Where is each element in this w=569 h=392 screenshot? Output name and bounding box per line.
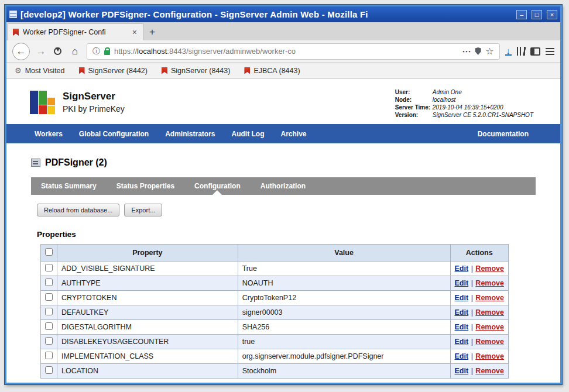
row-checkbox[interactable]: [45, 308, 53, 315]
page-info-icon[interactable]: ⓘ: [92, 46, 100, 57]
table-row: IMPLEMENTATION_CLASS org.signserver.modu…: [41, 349, 509, 364]
row-checkbox[interactable]: [45, 337, 53, 345]
actions-cell: Edit | Remove: [450, 335, 508, 349]
property-cell: AUTHTYPE: [57, 276, 238, 291]
worker-tabstrip: Status Summary Status Properties Configu…: [31, 177, 536, 195]
edit-link[interactable]: Edit: [455, 323, 469, 331]
tab-close-icon[interactable]: ×: [131, 27, 138, 37]
flag-icon: [244, 67, 250, 74]
nav-item-workers[interactable]: Workers: [26, 130, 71, 138]
row-checkbox[interactable]: [45, 293, 53, 301]
edit-link[interactable]: Edit: [455, 338, 469, 346]
url-bar[interactable]: ⓘ https://localhost:8443/signserver/admi…: [87, 43, 500, 60]
page-header: SignServer PKI by PrimeKey User: Admin O…: [6, 79, 560, 124]
actions-cell: Edit | Remove: [450, 276, 508, 291]
value-cell: Stockholm: [238, 364, 450, 379]
nav-item-archive[interactable]: Archive: [272, 130, 314, 138]
signserver-logo: [30, 91, 56, 114]
remove-link[interactable]: Remove: [475, 323, 504, 331]
nav-item-audit-log[interactable]: Audit Log: [224, 130, 273, 138]
table-row: CRYPTOTOKEN CryptoTokenP12 Edit | Remove: [41, 291, 509, 305]
property-cell: DEFAULTKEY: [57, 305, 238, 320]
reload-icon[interactable]: [54, 47, 61, 55]
bookmark-signserver-8443[interactable]: SignServer (8443): [162, 67, 230, 75]
actions-cell: Edit | Remove: [450, 305, 508, 320]
shield-icon[interactable]: [475, 47, 481, 55]
row-checkbox[interactable]: [45, 322, 53, 330]
forward-button[interactable]: →: [35, 46, 47, 57]
back-button[interactable]: ←: [12, 43, 30, 60]
page-title: PDFSigner (2): [45, 157, 107, 168]
bookmark-most-visited[interactable]: ⚙ Most Visited: [15, 66, 65, 75]
new-tab-button[interactable]: +: [143, 23, 161, 40]
page-content: SignServer PKI by PrimeKey User: Admin O…: [6, 79, 560, 383]
session-info: User: Admin One Node: localhost Server T…: [395, 88, 533, 119]
export-button[interactable]: Export...: [124, 204, 162, 216]
edit-link[interactable]: Edit: [455, 308, 469, 317]
library-icon[interactable]: [517, 47, 525, 56]
actions-cell: Edit | Remove: [450, 291, 508, 305]
browser-tab[interactable]: Worker PDFSigner- Confi ×: [8, 23, 143, 40]
main-nav: Workers Global Configuration Administrat…: [6, 124, 560, 143]
row-checkbox[interactable]: [45, 264, 53, 271]
bookmark-star-icon[interactable]: ☆: [485, 46, 493, 57]
downloads-icon[interactable]: ↓: [505, 47, 512, 56]
table-row: DEFAULTKEY signer00003 Edit | Remove: [41, 305, 509, 320]
nav-item-global-configuration[interactable]: Global Configuration: [71, 130, 157, 138]
col-actions: Actions: [450, 245, 508, 262]
reload-from-database-button[interactable]: Reload from database...: [37, 204, 119, 216]
tab-bar: Worker PDFSigner- Confi × +: [6, 22, 560, 40]
brand-subtitle: PKI by PrimeKey: [63, 104, 125, 114]
property-cell: IMPLEMENTATION_CLASS: [57, 349, 238, 364]
tab-status-properties[interactable]: Status Properties: [107, 177, 184, 195]
edit-link[interactable]: Edit: [455, 264, 469, 273]
remove-link[interactable]: Remove: [475, 308, 504, 317]
window-titlebar: [develop2] Worker PDFSigner- Configurati…: [6, 6, 560, 22]
nav-item-documentation[interactable]: Documentation: [469, 130, 537, 138]
remove-link[interactable]: Remove: [475, 367, 504, 375]
remove-link[interactable]: Remove: [475, 294, 504, 302]
row-checkbox[interactable]: [45, 278, 53, 286]
hamburger-menu-icon[interactable]: [546, 48, 554, 55]
properties-heading: Properties: [37, 230, 536, 239]
remove-link[interactable]: Remove: [475, 279, 504, 287]
value-cell: signer00003: [238, 305, 450, 320]
page-actions-icon[interactable]: ⋯: [462, 46, 471, 57]
select-all-checkbox[interactable]: [45, 248, 53, 256]
remove-link[interactable]: Remove: [475, 352, 504, 360]
table-row: LOCATION Stockholm Edit | Remove: [41, 364, 509, 379]
sidebar-icon[interactable]: [530, 47, 540, 56]
value-cell: True: [238, 262, 450, 276]
nav-item-administrators[interactable]: Administrators: [157, 130, 223, 138]
shade-button[interactable]: –: [516, 10, 527, 19]
close-button[interactable]: ×: [547, 10, 557, 19]
session-row-version: Version: SignServer CE 5.2.0.CR1-SNAPSHO…: [395, 111, 533, 119]
edit-link[interactable]: Edit: [455, 279, 469, 287]
maximize-button[interactable]: □: [532, 10, 542, 19]
property-cell: CRYPTOTOKEN: [57, 291, 238, 305]
home-icon[interactable]: ⌂: [68, 46, 81, 57]
brand: SignServer PKI by PrimeKey: [30, 85, 125, 119]
row-checkbox[interactable]: [45, 366, 53, 374]
session-row-node: Node: localhost: [395, 96, 533, 104]
bookmark-ejbca-8443[interactable]: EJBCA (8443): [244, 67, 300, 75]
property-cell: LOCATION: [57, 364, 238, 379]
worker-icon: [31, 159, 40, 167]
tab-status-summary[interactable]: Status Summary: [31, 177, 107, 195]
remove-link[interactable]: Remove: [475, 338, 504, 346]
actions-cell: Edit | Remove: [450, 364, 508, 379]
tab-authorization[interactable]: Authorization: [251, 177, 316, 195]
bookmark-signserver-8442[interactable]: SignServer (8442): [79, 67, 148, 75]
edit-link[interactable]: Edit: [455, 352, 469, 360]
edit-link[interactable]: Edit: [455, 294, 469, 302]
remove-link[interactable]: Remove: [475, 264, 504, 273]
col-property: Property: [57, 245, 238, 262]
lock-icon[interactable]: [104, 50, 110, 55]
table-row: ADD_VISIBLE_SIGNATURE True Edit | Remove: [41, 262, 509, 276]
property-cell: DISABLEKEYUSAGECOUNTER: [57, 335, 238, 349]
tab-configuration[interactable]: Configuration: [184, 177, 251, 195]
app-icon: [9, 11, 17, 18]
value-cell: SHA256: [238, 320, 450, 335]
edit-link[interactable]: Edit: [455, 367, 469, 375]
row-checkbox[interactable]: [45, 352, 53, 359]
